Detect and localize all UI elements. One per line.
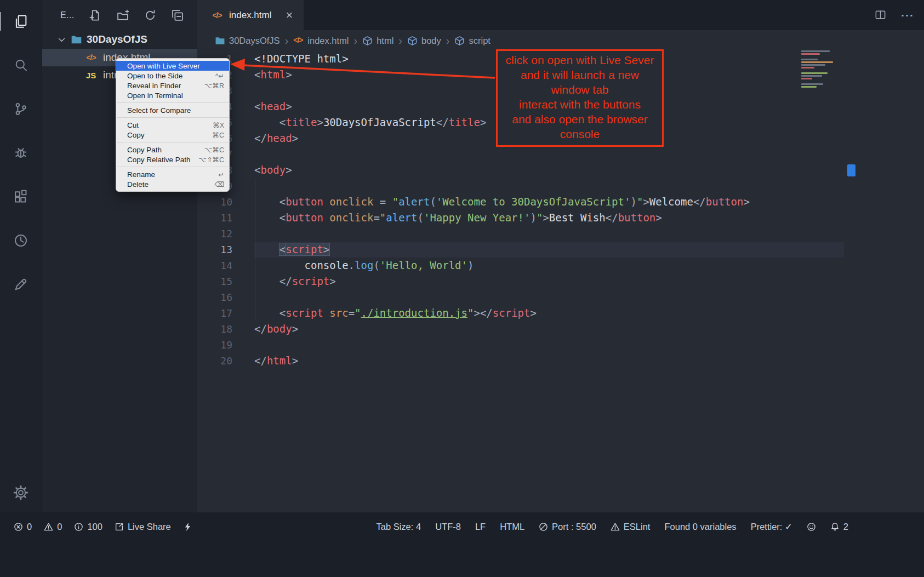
bell-icon: [830, 522, 840, 532]
status-2[interactable]: 2: [830, 522, 848, 532]
line-number[interactable]: 20: [197, 353, 254, 369]
collapse-folders-icon[interactable]: [172, 9, 184, 21]
menu-item-shortcut: ⌥⇧⌘C: [199, 156, 224, 164]
code-line-17[interactable]: 17 <script src="./introduction.js"></scr…: [197, 305, 844, 321]
clock-icon[interactable]: [13, 232, 29, 249]
html-file-icon: </>: [210, 11, 224, 20]
status-0[interactable]: 0: [14, 522, 32, 532]
breadcrumb-body[interactable]: body: [407, 36, 441, 46]
tree-root-row[interactable]: 30DaysOfJS: [42, 30, 197, 49]
code-line-20[interactable]: 20</html>: [197, 353, 844, 369]
menu-item-open-in-terminal[interactable]: Open in Terminal: [116, 90, 229, 100]
breadcrumb-html[interactable]: html: [362, 36, 393, 46]
chevron-down-icon: [57, 35, 66, 44]
status-lf[interactable]: LF: [475, 522, 486, 532]
close-icon[interactable]: ×: [286, 9, 293, 21]
code-line-11[interactable]: 11 <button onclick="alert('Happy New Yea…: [197, 210, 844, 226]
cube-icon: [362, 36, 373, 46]
code-line-8[interactable]: 8<body>: [197, 162, 844, 178]
code-text: [254, 178, 844, 194]
status-tab-size-4[interactable]: Tab Size: 4: [377, 522, 421, 532]
line-number[interactable]: 10: [197, 194, 254, 210]
tab-index-html[interactable]: </> index.html ×: [197, 0, 304, 30]
line-number[interactable]: 19: [197, 337, 254, 353]
activity-bar-items: [0, 0, 42, 293]
menu-item-copy[interactable]: Copy⌘C: [116, 130, 229, 140]
refresh-icon[interactable]: [144, 9, 156, 21]
extensions-icon[interactable]: [13, 188, 29, 205]
status-0[interactable]: 0: [44, 522, 62, 532]
code-line-19[interactable]: 19: [197, 337, 844, 353]
context-menu: Open with Live ServerOpen to the Side^↵R…: [116, 58, 230, 192]
code-line-16[interactable]: 16: [197, 289, 844, 305]
menu-item-rename[interactable]: Rename↵: [116, 169, 229, 179]
minimap[interactable]: [799, 50, 845, 89]
search-icon[interactable]: [13, 57, 29, 73]
status-prettier[interactable]: Prettier: ✓: [751, 522, 792, 532]
menu-item-copy-path[interactable]: Copy Path⌥⌘C: [116, 145, 229, 155]
sidebar-actions: [89, 9, 184, 21]
menu-item-copy-relative-path[interactable]: Copy Relative Path⌥⇧⌘C: [116, 155, 229, 164]
code-line-7[interactable]: 7: [197, 146, 844, 162]
menu-item-open-to-the-side[interactable]: Open to the Side^↵: [116, 71, 229, 81]
code-text: <script src="./introduction.js"></script…: [254, 305, 844, 321]
status-port-5500[interactable]: Port : 5500: [539, 522, 596, 532]
menu-item-open-with-live-server[interactable]: Open with Live Server: [116, 61, 229, 71]
split-editor-icon[interactable]: [874, 9, 887, 21]
code-line-13[interactable]: 13 <script>: [197, 242, 844, 258]
settings-gear-icon[interactable]: [13, 484, 29, 501]
line-number[interactable]: 15: [197, 273, 254, 289]
error-icon: [14, 522, 23, 532]
status-label: 0: [27, 522, 32, 532]
status-found-0-variables[interactable]: Found 0 variables: [664, 522, 736, 532]
menu-item-reveal-in-finder[interactable]: Reveal in Finder⌥⌘R: [116, 81, 229, 90]
menu-item-label: Open to the Side: [127, 72, 182, 80]
line-number[interactable]: 14: [197, 258, 254, 273]
code-text: </script>: [254, 273, 844, 289]
files-icon[interactable]: [13, 13, 29, 30]
code-line-18[interactable]: 18</body>: [197, 321, 844, 337]
status-utf-8[interactable]: UTF-8: [435, 522, 461, 532]
code-text: <script>: [254, 242, 844, 258]
new-file-icon[interactable]: [89, 9, 101, 21]
line-number[interactable]: 13: [197, 242, 254, 258]
line-number[interactable]: 12: [197, 226, 254, 242]
line-number[interactable]: 17: [197, 305, 254, 321]
menu-item-select-for-compare[interactable]: Select for Compare: [116, 105, 229, 115]
status-live-share[interactable]: Live Share: [115, 522, 171, 532]
pen-icon[interactable]: [13, 276, 29, 293]
code-line-9[interactable]: 9: [197, 178, 844, 194]
activity-bar-bottom: [0, 484, 42, 512]
status-label: 2: [843, 522, 848, 532]
menu-item-label: Select for Compare: [127, 106, 191, 115]
status-smiley-icon[interactable]: [807, 522, 816, 532]
breadcrumb-index-html[interactable]: </>index.html: [293, 36, 349, 46]
code-line-12[interactable]: 12: [197, 226, 844, 242]
menu-item-delete[interactable]: Delete⌫: [116, 179, 229, 189]
editor-tabs: </> index.html × ···: [197, 0, 924, 30]
line-number[interactable]: 16: [197, 289, 254, 305]
code-line-10[interactable]: 10 <button onclick = "alert('Welcome to …: [197, 194, 844, 210]
status-html[interactable]: HTML: [500, 522, 524, 532]
new-folder-icon[interactable]: [117, 9, 129, 21]
code-line-15[interactable]: 15 </script>: [197, 273, 844, 289]
code-line-14[interactable]: 14 console.log('Hello, World'): [197, 258, 844, 273]
status-100[interactable]: 100: [74, 522, 102, 532]
menu-item-label: Reveal in Finder: [127, 82, 181, 90]
menu-item-cut[interactable]: Cut⌘X: [116, 120, 229, 130]
activity-bar: [0, 0, 42, 512]
line-number[interactable]: 18: [197, 321, 254, 337]
breadcrumb-script[interactable]: script: [454, 36, 490, 46]
cube-icon: [454, 36, 465, 46]
line-number[interactable]: 11: [197, 210, 254, 226]
source-control-icon[interactable]: [13, 101, 29, 117]
status-lightning-icon[interactable]: [183, 522, 192, 532]
warning-icon: [44, 522, 53, 532]
code-text: [254, 289, 844, 305]
debug-icon[interactable]: [13, 145, 29, 161]
more-actions-icon[interactable]: ···: [901, 9, 914, 21]
status-eslint[interactable]: ESLint: [611, 522, 651, 532]
breadcrumb-30daysofjs[interactable]: 30DaysOfJS: [215, 36, 280, 46]
menu-item-shortcut: ⌘C: [212, 131, 224, 139]
code-text: [254, 226, 844, 242]
